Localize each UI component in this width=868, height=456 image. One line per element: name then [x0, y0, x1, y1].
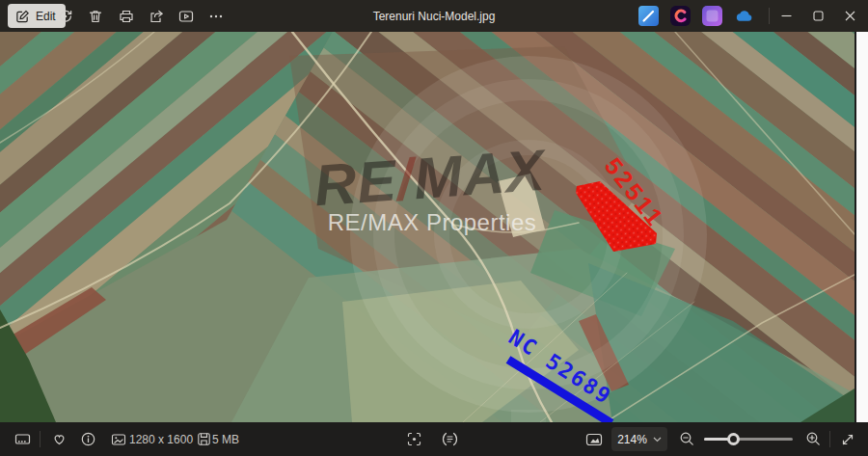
chevron-down-icon [653, 437, 662, 443]
slideshow-icon [178, 9, 194, 24]
aerial-photo: RE/MAX RE/MAX Properties 52511 NC 52689 [0, 32, 854, 422]
print-button[interactable] [113, 0, 140, 32]
open-in-clipchamp-button[interactable] [670, 6, 691, 26]
ellipsis-icon [208, 9, 224, 24]
edit-pencil-icon [15, 9, 30, 23]
favorite-button[interactable] [44, 422, 73, 456]
trash-icon [88, 9, 103, 24]
onedrive-cloud-icon [734, 6, 754, 27]
watermark-subtitle: RE/MAX Properties [328, 209, 537, 235]
close-icon [845, 11, 855, 21]
file-size: 5 MB [212, 422, 239, 456]
filmstrip-icon [14, 431, 31, 447]
zoom-slider[interactable] [704, 438, 793, 441]
maximize-icon [813, 11, 824, 21]
visual-search-icon [406, 431, 422, 447]
filmstrip-toggle-button[interactable] [8, 422, 37, 456]
gallery-icon [702, 6, 722, 26]
photos-app-window: Edit Terenuri Nuci-Model.jpg [0, 0, 868, 456]
photo-canvas[interactable]: RE/MAX RE/MAX Properties 52511 NC 52689 [0, 32, 868, 422]
watermark-re: RE [312, 148, 400, 218]
open-gallery-button[interactable] [702, 6, 722, 26]
rotate-button[interactable] [52, 0, 79, 32]
image-margin [854, 32, 868, 422]
clipchamp-icon [670, 6, 691, 26]
statusbar-divider-1 [40, 431, 41, 447]
minimize-button[interactable] [771, 0, 801, 32]
zoom-level-dropdown[interactable]: 214% [611, 427, 667, 451]
share-button[interactable] [143, 0, 170, 32]
statusbar-divider-2 [829, 431, 830, 447]
slideshow-button[interactable] [173, 0, 200, 32]
fit-to-window-icon [585, 432, 603, 447]
titlebar: Edit Terenuri Nuci-Model.jpg [0, 0, 868, 32]
heart-icon [51, 431, 68, 447]
file-info-button[interactable] [73, 422, 102, 456]
zoom-level-value: 214% [617, 433, 647, 446]
image-dimensions: 1280 x 1600 [129, 422, 193, 456]
more-options-button[interactable] [203, 0, 230, 32]
text-actions-icon [442, 431, 458, 447]
zoom-out-icon [679, 431, 695, 447]
zoom-slider-handle[interactable] [727, 433, 740, 445]
text-actions-button[interactable] [435, 422, 464, 456]
visual-search-button[interactable] [399, 422, 428, 456]
minimize-icon [781, 11, 792, 21]
delete-button[interactable] [82, 0, 109, 32]
onedrive-button[interactable] [734, 6, 754, 26]
zoom-in-icon [805, 431, 822, 447]
printer-icon [119, 9, 134, 24]
close-button[interactable] [834, 0, 865, 32]
fullscreen-button[interactable] [833, 422, 862, 456]
zoom-in-button[interactable] [799, 422, 827, 456]
watermark-max: MAX [412, 138, 551, 212]
zoom-out-button[interactable] [672, 422, 701, 456]
maximize-button[interactable] [802, 0, 833, 32]
info-icon [80, 431, 96, 447]
fit-to-window-button[interactable] [580, 422, 609, 456]
edit-in-designer-button[interactable] [638, 6, 659, 26]
share-icon [149, 9, 164, 24]
statusbar: 1280 x 1600 5 MB 214% [0, 422, 868, 456]
fullscreen-expand-icon [840, 432, 855, 447]
designer-pencil-icon [638, 6, 659, 26]
rotate-icon [58, 9, 73, 24]
titlebar-divider [769, 8, 770, 24]
